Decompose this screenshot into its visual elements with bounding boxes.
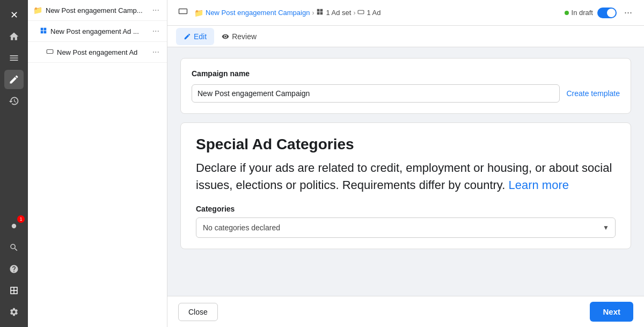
content-area: Campaign name Create template Special Ad… <box>167 47 644 296</box>
adset-icon <box>40 27 47 36</box>
breadcrumb-campaign-text[interactable]: New Post engagement Campaign <box>206 9 310 17</box>
breadcrumb-sep-2: › <box>353 9 355 17</box>
history-icon[interactable] <box>4 91 24 111</box>
special-ad-categories-card: Special Ad Categories Declare if your ad… <box>180 122 631 249</box>
help-icon[interactable] <box>4 259 24 279</box>
icon-sidebar: ✕ 1 <box>0 0 28 327</box>
campaign-more-icon[interactable]: ··· <box>150 4 162 16</box>
campaign-name-card: Campaign name Create template <box>180 58 631 114</box>
breadcrumb-adset: 1 Ad set <box>316 8 351 17</box>
status-badge: In draft <box>565 9 593 17</box>
tab-edit[interactable]: Edit <box>176 28 214 45</box>
tab-edit-label: Edit <box>194 32 207 41</box>
categories-label: Categories <box>196 205 616 213</box>
ad-label: New Post engagement Ad <box>57 48 147 56</box>
breadcrumb-campaign[interactable]: 📁 New Post engagement Campaign <box>194 9 310 17</box>
campaign-name-input[interactable] <box>192 84 560 103</box>
categories-select[interactable]: No categories declaredCreditEmploymentHo… <box>196 217 616 238</box>
collapse-sidebar-icon[interactable] <box>176 4 190 21</box>
adset-more-icon[interactable]: ··· <box>150 25 162 37</box>
top-bar-right: In draft ··· <box>565 5 635 20</box>
breadcrumb-campaign-icon: 📁 <box>194 9 203 17</box>
notification-icon[interactable]: 1 <box>4 216 24 236</box>
special-ad-title: Special Ad Categories <box>196 136 616 153</box>
tab-review-label: Review <box>232 32 257 41</box>
svg-rect-1 <box>47 49 53 53</box>
breadcrumb-sep-1: › <box>312 9 314 17</box>
tree-item-ad[interactable]: New Post engagement Ad ··· <box>28 42 167 63</box>
top-bar: 📁 New Post engagement Campaign › 1 Ad se… <box>167 0 644 26</box>
close-button[interactable]: Close <box>178 303 218 321</box>
breadcrumb-ad-text: 1 Ad <box>367 9 380 17</box>
next-button[interactable]: Next <box>590 302 633 322</box>
bottom-bar: Close Next <box>167 296 644 327</box>
campaign-name-input-row: Create template <box>192 84 620 103</box>
campaign-label: New Post engagement Camp... <box>46 6 147 14</box>
breadcrumb: 📁 New Post engagement Campaign › 1 Ad se… <box>194 8 560 17</box>
special-ad-description: Declare if your ads are related to credi… <box>196 159 616 194</box>
notification-badge: 1 <box>17 215 25 223</box>
campaign-name-label: Campaign name <box>192 69 620 78</box>
create-template-link[interactable]: Create template <box>566 89 620 98</box>
close-panel-icon[interactable]: ✕ <box>4 5 24 25</box>
tab-review[interactable]: Review <box>214 28 264 45</box>
ad-more-icon[interactable]: ··· <box>150 46 162 58</box>
table-icon[interactable] <box>4 281 24 300</box>
categories-select-wrapper: No categories declaredCreditEmploymentHo… <box>196 217 616 238</box>
adset-label: New Post engagement Ad ... <box>50 27 147 35</box>
svg-rect-3 <box>358 10 364 14</box>
status-dot <box>565 11 569 15</box>
campaign-folder-icon: 📁 <box>33 6 42 14</box>
topbar-more-icon[interactable]: ··· <box>621 5 635 20</box>
search-icon[interactable] <box>4 238 24 257</box>
tree-item-adset[interactable]: New Post engagement Ad ... ··· <box>28 21 167 42</box>
home-icon[interactable] <box>4 27 24 46</box>
breadcrumb-adset-icon <box>316 8 324 17</box>
breadcrumb-ad: 1 Ad <box>357 9 380 17</box>
main-area: 📁 New Post engagement Campaign › 1 Ad se… <box>167 0 644 327</box>
campaign-tree-sidebar: 📁 New Post engagement Camp... ··· New Po… <box>28 0 167 327</box>
svg-point-0 <box>12 224 16 228</box>
breadcrumb-ad-icon <box>357 9 364 17</box>
ad-icon <box>46 48 54 57</box>
draft-toggle[interactable] <box>597 8 617 18</box>
settings-icon[interactable] <box>4 302 24 322</box>
edit-review-tabs: Edit Review <box>167 26 644 47</box>
edit-icon[interactable] <box>4 70 24 89</box>
menu-icon[interactable] <box>4 48 24 68</box>
svg-rect-2 <box>179 9 187 14</box>
tree-item-campaign[interactable]: 📁 New Post engagement Camp... ··· <box>28 0 167 21</box>
status-label: In draft <box>572 9 593 17</box>
learn-more-link[interactable]: Learn more <box>508 178 569 192</box>
breadcrumb-adset-text: 1 Ad set <box>326 9 351 17</box>
